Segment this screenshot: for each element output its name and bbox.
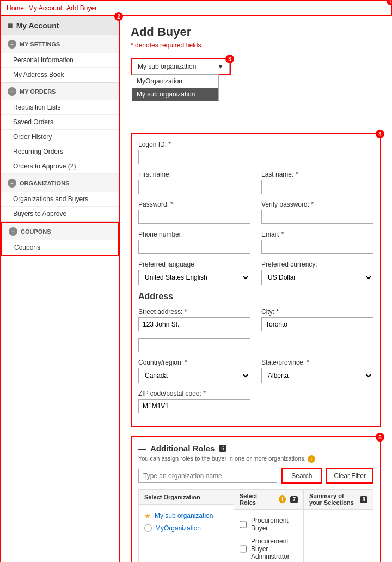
sidebar-item-order-history[interactable]: Order History (1, 130, 119, 144)
breadcrumb-home[interactable]: Home (7, 4, 24, 12)
roles-collapse-icon[interactable]: — (138, 444, 146, 453)
role-procurement-buyer-label: Procurement Buyer (251, 517, 298, 532)
sidebar-item-recurring-orders[interactable]: Recurring Orders (1, 144, 119, 159)
state-label: State/province: * (261, 359, 373, 366)
role-procurement-buyer-admin-checkbox[interactable] (240, 545, 247, 553)
org-sub-link[interactable]: My sub organization (155, 512, 213, 519)
settings-header[interactable]: − MY SETTINGS (1, 35, 119, 53)
clear-filter-button[interactable]: Clear Filter (326, 468, 373, 484)
search-button[interactable]: Search (281, 468, 322, 484)
lang-currency-row: Preferred language: United States Englis… (138, 261, 373, 285)
logon-id-input[interactable] (138, 150, 250, 164)
roles-table: Select Organization ★ My sub organizatio… (138, 489, 373, 562)
col-summary-header: Summary of your Selections 8 (304, 490, 373, 510)
sidebar-item-orders-to-approve[interactable]: Orders to Approve (2) (1, 159, 119, 174)
country-group: Country/region: * Canada (138, 359, 250, 383)
organizations-header[interactable]: − ORGANIZATIONS (1, 174, 119, 192)
org-dropdown-menu: MyOrganization My sub organization (132, 74, 219, 101)
address-title: Address (138, 292, 373, 301)
address-extra-row (138, 338, 373, 352)
org-dropdown-container: 3 My sub organization ▼ MyOrganization M… (131, 58, 231, 75)
org-dropdown-select[interactable]: My sub organization ▼ (132, 59, 230, 74)
street-input[interactable] (138, 317, 250, 331)
spacer (261, 141, 373, 164)
street2-group (138, 338, 250, 352)
required-note: * denotes required fields (131, 41, 381, 49)
badge-7: 7 (290, 496, 298, 503)
country-select[interactable]: Canada (138, 368, 250, 383)
page-title: Add Buyer (131, 25, 381, 39)
personal-information-label: Personal Information (13, 56, 74, 64)
info-icon[interactable]: i (308, 455, 315, 463)
breadcrumb: Home My Account Add Buyer 1 (0, 0, 392, 16)
city-group: City: * (261, 308, 373, 331)
org-search-input[interactable] (138, 469, 277, 483)
first-name-input[interactable] (138, 180, 250, 194)
sidebar-section-settings: − MY SETTINGS Personal Information My Ad… (1, 35, 119, 83)
phone-input[interactable] (138, 240, 250, 254)
first-name-label: First name: (138, 171, 250, 178)
currency-select[interactable]: US Dollar (261, 270, 373, 285)
sidebar-item-address-book[interactable]: My Address Book (1, 68, 119, 82)
org-option-mysub[interactable]: My sub organization (132, 88, 218, 101)
sidebar-item-organizations-buyers[interactable]: Organizations and Buyers (1, 192, 119, 207)
badge-8: 8 (360, 496, 367, 503)
sidebar-item-buyers-to-approve[interactable]: Buyers to Approve (1, 207, 119, 221)
email-label: Email: * (261, 231, 373, 238)
street-label: Street address: * (138, 308, 250, 316)
email-input[interactable] (261, 240, 373, 254)
language-select[interactable]: United States English (138, 270, 250, 285)
country-label: Country/region: * (138, 359, 250, 366)
org-option-myorganization[interactable]: MyOrganization (132, 75, 218, 88)
organizations-label: ORGANIZATIONS (20, 180, 69, 186)
language-group: Preferred language: United States Englis… (138, 261, 250, 285)
logon-row: Logon ID: * (138, 141, 373, 164)
verify-password-input[interactable] (261, 210, 373, 224)
sidebar-item-saved-orders[interactable]: Saved Orders (1, 115, 119, 130)
roles-badge: 6 (219, 445, 226, 452)
last-name-input[interactable] (261, 180, 373, 194)
sidebar-section-organizations: − ORGANIZATIONS Organizations and Buyers… (1, 174, 119, 222)
org-main-link[interactable]: MyOrganization (155, 524, 201, 532)
password-input[interactable] (138, 210, 250, 224)
orders-header[interactable]: − MY ORDERS (1, 83, 119, 100)
coupons-header[interactable]: − COUPONS (2, 223, 118, 240)
logon-id-group: Logon ID: * (138, 141, 250, 164)
coupons-item-label: Coupons (14, 244, 40, 251)
additional-roles-section: 5 — Additional Roles 6 You can assign ro… (131, 436, 381, 562)
buyers-to-approve-label: Buyers to Approve (13, 210, 66, 217)
sidebar-item-requisition-lists[interactable]: Requisition Lists (1, 100, 119, 115)
sidebar-section-coupons: − COUPONS Coupons (1, 222, 119, 256)
col-roles-header: Select Roles i 7 (234, 490, 303, 510)
street2-input[interactable] (138, 338, 250, 352)
role-procurement-buyer-checkbox[interactable] (240, 521, 247, 528)
list-item: Procurement Buyer Administrator (240, 535, 298, 562)
currency-label: Preferred currency: (261, 261, 373, 268)
col-summary: Summary of your Selections 8 (304, 490, 373, 562)
sidebar-item-personal-information[interactable]: Personal Information (1, 53, 119, 68)
col-roles: Select Roles i 7 Procurement Buyer Procu… (234, 490, 304, 562)
badge-3: 3 (225, 55, 234, 63)
star-icon: ★ (144, 511, 151, 520)
state-group: State/province: * Alberta (261, 359, 373, 383)
form-section: 4 Logon ID: * First name: Last name: * (131, 133, 381, 427)
zip-row: ZIP code/postal code: * (138, 390, 373, 413)
breadcrumb-account[interactable]: My Account (28, 4, 62, 12)
phone-group: Phone number: (138, 231, 250, 254)
role-procurement-buyer-admin-label: Procurement Buyer Administrator (251, 537, 298, 560)
order-history-label: Order History (13, 133, 52, 141)
sidebar-item-coupons[interactable]: Coupons (2, 240, 118, 255)
search-bar: Search Clear Filter (138, 468, 373, 484)
badge-4: 4 (376, 130, 384, 138)
organizations-collapse-icon: − (8, 179, 16, 188)
coupons-collapse-icon: − (9, 227, 17, 236)
requisition-lists-label: Requisition Lists (13, 104, 60, 111)
roles-info-icon[interactable]: i (279, 495, 286, 503)
state-select[interactable]: Alberta (261, 368, 373, 383)
city-input[interactable] (261, 317, 373, 331)
zip-group: ZIP code/postal code: * (138, 390, 250, 413)
coupons-label: COUPONS (21, 228, 51, 235)
zip-input[interactable] (138, 399, 250, 413)
city-label: City: * (261, 308, 373, 316)
sidebar-section-orders: − MY ORDERS Requisition Lists Saved Orde… (1, 83, 119, 174)
